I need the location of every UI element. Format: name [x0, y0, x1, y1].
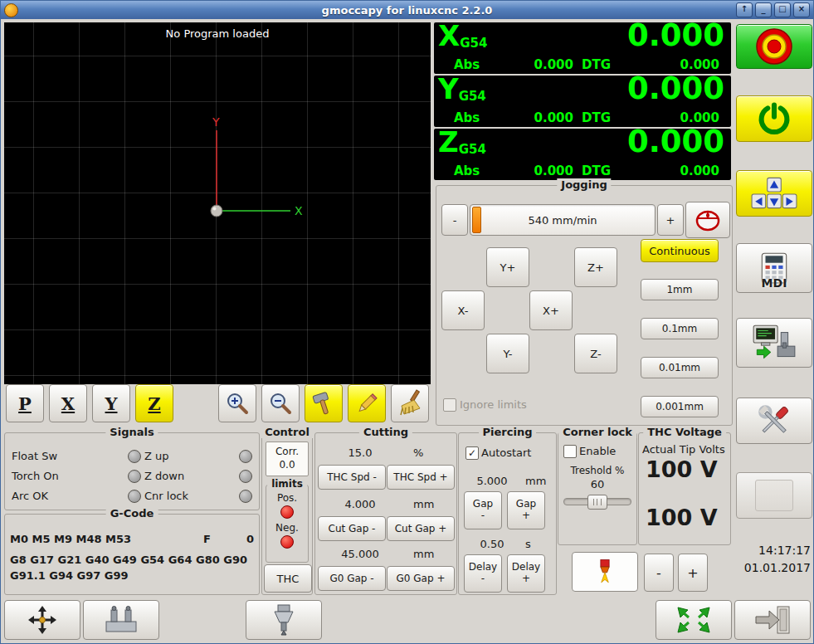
g0-gap-plus-button[interactable]: G0 Gap + [387, 566, 455, 591]
show-keyboard-jog-button[interactable] [736, 170, 812, 217]
titlebar[interactable]: gmoccapy for linuxcnc 2.2.0 ↑ _ □ × [1, 1, 813, 19]
g0-gap-minus-button[interactable]: G0 Gap - [318, 566, 386, 591]
increment-1mm-button[interactable]: 1mm [641, 279, 719, 300]
machine-on-button[interactable] [736, 95, 812, 142]
active-mcodes: M0 M5 M9 M48 M53 [10, 533, 131, 545]
increment-0p001mm-button[interactable]: 0.001mm [641, 396, 719, 417]
thc-speed-plus-button[interactable]: THC Spd + [387, 465, 455, 490]
jog-y-plus-button[interactable]: Y+ [486, 247, 529, 287]
cutting-panel: Cutting 15.0 % THC Spd - THC Spd + 4.000… [314, 432, 457, 595]
pierce-gap-unit: mm [525, 475, 546, 487]
jog-x-plus-button[interactable]: X+ [529, 290, 573, 330]
exit-button[interactable] [734, 600, 811, 640]
gcode-panel: G-Code M0 M5 M9 M48 M53 F 0 G8 G17 G21 G… [4, 514, 260, 595]
zoom-in-button[interactable] [218, 384, 256, 422]
thc-enable-button[interactable]: THC [264, 564, 312, 593]
disabled-mode-button[interactable] [736, 472, 812, 519]
emergency-stop-button[interactable] [736, 24, 812, 69]
jog-speed-increase-button[interactable]: + [657, 204, 684, 236]
gcode-preview-canvas[interactable]: No Program loaded Y X [4, 22, 431, 384]
auto-mode-button[interactable] [736, 318, 812, 368]
dro-axis-x[interactable]: XG54 0.000 Abs 0.000 DTG 0.000 [434, 22, 731, 74]
jog-x-minus-button[interactable]: X- [441, 290, 485, 330]
x-axis-label: X [295, 204, 303, 217]
view-x-button[interactable]: X [49, 384, 87, 422]
jog-z-minus-button[interactable]: Z- [574, 334, 617, 373]
power-icon [756, 100, 792, 137]
maximize-window-button[interactable]: □ [774, 2, 791, 17]
corner-lock-enable-checkbox[interactable] [563, 445, 577, 458]
limit-pos-label: Pos. [277, 492, 297, 504]
cut-gap-minus-button[interactable]: Cut Gap - [318, 516, 386, 541]
thc-voltage-title: THC Voltage [643, 426, 726, 438]
thc-speed-minus-button[interactable]: THC Spd - [318, 465, 386, 490]
dtg-label: DTG [582, 163, 611, 178]
pierce-delay-minus-button[interactable]: Delay- [464, 554, 502, 593]
dtg-label: DTG [582, 57, 611, 72]
disabled-icon [755, 480, 793, 511]
tool-change-button[interactable] [246, 600, 322, 640]
dro-axis-y[interactable]: YG54 0.000 Abs 0.000 DTG 0.000 [434, 76, 731, 127]
settings-button[interactable] [736, 398, 812, 444]
control-title: Control [261, 426, 314, 438]
jog-y-minus-button[interactable]: Y- [486, 334, 529, 373]
axis-position-value: 0.000 [627, 124, 724, 159]
zoom-out-button[interactable] [261, 384, 300, 422]
threshold-slider-handle[interactable] [587, 495, 607, 510]
jog-z-plus-button[interactable]: Z+ [574, 247, 617, 287]
clear-preview-button[interactable] [391, 384, 429, 422]
target-volts-value: 100 V [646, 505, 718, 530]
view-perspective-button[interactable]: P [6, 384, 44, 422]
volts-minus-button[interactable]: - [644, 554, 674, 592]
autostart-label: Autostart [481, 446, 531, 459]
touch-off-button[interactable] [4, 600, 80, 640]
piercing-panel: Piercing ✓ Autostart 5.000 mm Gap- Gap+ … [458, 432, 557, 595]
view-z-button[interactable]: Z [135, 384, 173, 422]
signal-arc-ok-led [128, 490, 141, 503]
mdi-mode-button[interactable]: MDI [736, 243, 812, 293]
arrow-keys-icon [750, 176, 798, 211]
volts-plus-button[interactable]: + [678, 554, 708, 592]
limit-pos-led [280, 505, 294, 519]
fullscreen-button[interactable] [656, 600, 732, 640]
pencil-icon [353, 390, 380, 417]
abs-value: 0.000 [514, 163, 573, 178]
minimize-window-button[interactable]: _ [755, 2, 772, 17]
abs-label: Abs [454, 57, 480, 72]
axis-letter: Y [438, 72, 459, 105]
jog-mouse-wheel-button[interactable] [685, 202, 730, 238]
tool-position-marker [211, 205, 222, 217]
piercing-title: Piercing [479, 426, 537, 438]
jog-speed-slider[interactable]: 540 mm/min [470, 204, 656, 236]
pierce-delay-plus-button[interactable]: Delay+ [507, 554, 545, 593]
jog-continuous-button[interactable]: Continuous [641, 239, 719, 262]
axes-move-icon [22, 603, 62, 637]
limit-neg-led [280, 535, 294, 549]
rollup-window-button[interactable]: ↑ [736, 2, 753, 17]
clock-display: 14:17:17 01.01.2017 [736, 542, 811, 582]
tool-dimension-button[interactable] [305, 384, 343, 422]
dro-axis-z[interactable]: ZG54 0.000 Abs 0.000 DTG 0.000 [434, 129, 731, 180]
cut-gap-plus-button[interactable]: Cut Gap + [387, 516, 455, 541]
ignore-limits-checkbox[interactable] [443, 398, 456, 412]
signals-title: Signals [105, 426, 158, 438]
pierce-gap-plus-button[interactable]: Gap+ [507, 491, 545, 529]
jog-speed-decrease-button[interactable]: - [441, 204, 468, 236]
y-axis-label: Y [212, 115, 220, 129]
edit-gcode-button[interactable] [348, 384, 386, 422]
threshold-slider[interactable] [563, 498, 631, 505]
torch-button[interactable] [572, 552, 638, 592]
view-x-label: X [61, 393, 75, 414]
clock-time: 14:17:17 [736, 542, 811, 559]
increment-0p1mm-button[interactable]: 0.1mm [641, 318, 719, 339]
axis-letter: Z [438, 125, 459, 159]
close-window-button[interactable]: × [793, 2, 810, 17]
cut-gap-value: 4.000 [335, 498, 385, 510]
pierce-gap-minus-button[interactable]: Gap- [464, 491, 502, 529]
gcode-title: G-Code [106, 507, 158, 520]
probe-button[interactable] [83, 600, 159, 640]
view-y-button[interactable]: Y [92, 384, 130, 422]
increment-0p01mm-button[interactable]: 0.01mm [641, 357, 719, 378]
threshold-value: 60 [591, 478, 605, 490]
autostart-checkbox[interactable]: ✓ [465, 446, 479, 460]
